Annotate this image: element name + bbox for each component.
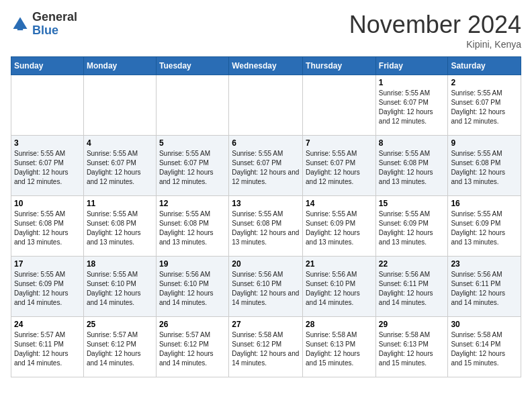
week-row-3: 10Sunrise: 5:55 AM Sunset: 6:08 PM Dayli… <box>11 196 521 257</box>
day-info: Sunrise: 5:57 AM Sunset: 6:12 PM Dayligh… <box>87 330 153 368</box>
day-number: 19 <box>159 259 226 269</box>
day-number: 13 <box>232 199 300 208</box>
weekday-header-tuesday: Tuesday <box>156 57 228 75</box>
day-cell: 10Sunrise: 5:55 AM Sunset: 6:08 PM Dayli… <box>11 196 84 257</box>
day-cell: 11Sunrise: 5:55 AM Sunset: 6:08 PM Dayli… <box>83 196 156 257</box>
day-number: 1 <box>379 78 445 87</box>
day-number: 18 <box>87 259 153 269</box>
week-row-2: 3Sunrise: 5:55 AM Sunset: 6:07 PM Daylig… <box>11 136 521 196</box>
day-cell: 13Sunrise: 5:55 AM Sunset: 6:08 PM Dayli… <box>229 196 303 257</box>
day-cell: 8Sunrise: 5:55 AM Sunset: 6:08 PM Daylig… <box>375 136 448 196</box>
day-cell: 24Sunrise: 5:57 AM Sunset: 6:11 PM Dayli… <box>11 317 84 377</box>
day-info: Sunrise: 5:55 AM Sunset: 6:08 PM Dayligh… <box>379 149 445 187</box>
day-number: 7 <box>306 138 373 148</box>
day-cell: 22Sunrise: 5:56 AM Sunset: 6:11 PM Dayli… <box>375 257 448 317</box>
day-number: 30 <box>451 320 518 329</box>
day-number: 23 <box>451 259 518 269</box>
day-info: Sunrise: 5:55 AM Sunset: 6:10 PM Dayligh… <box>87 270 153 308</box>
weekday-header-friday: Friday <box>375 57 448 75</box>
day-number: 9 <box>451 138 518 148</box>
day-cell: 3Sunrise: 5:55 AM Sunset: 6:07 PM Daylig… <box>11 136 84 196</box>
logo-icon <box>11 15 30 34</box>
day-number: 8 <box>379 138 445 148</box>
day-info: Sunrise: 5:56 AM Sunset: 6:11 PM Dayligh… <box>451 270 518 308</box>
day-info: Sunrise: 5:57 AM Sunset: 6:11 PM Dayligh… <box>14 330 81 368</box>
day-cell: 29Sunrise: 5:58 AM Sunset: 6:13 PM Dayli… <box>375 317 448 377</box>
week-row-1: 1Sunrise: 5:55 AM Sunset: 6:07 PM Daylig… <box>11 75 521 136</box>
day-info: Sunrise: 5:56 AM Sunset: 6:10 PM Dayligh… <box>159 270 226 308</box>
day-number: 12 <box>159 199 226 208</box>
day-cell <box>156 75 228 136</box>
day-info: Sunrise: 5:55 AM Sunset: 6:08 PM Dayligh… <box>87 210 153 247</box>
day-info: Sunrise: 5:56 AM Sunset: 6:10 PM Dayligh… <box>306 270 373 308</box>
day-cell: 19Sunrise: 5:56 AM Sunset: 6:10 PM Dayli… <box>156 257 228 317</box>
day-info: Sunrise: 5:55 AM Sunset: 6:07 PM Dayligh… <box>306 149 373 187</box>
day-info: Sunrise: 5:55 AM Sunset: 6:07 PM Dayligh… <box>379 89 445 126</box>
logo-text: General Blue <box>32 11 77 38</box>
day-number: 5 <box>159 138 226 148</box>
day-number: 20 <box>232 259 300 269</box>
day-cell: 16Sunrise: 5:55 AM Sunset: 6:09 PM Dayli… <box>448 196 521 257</box>
day-info: Sunrise: 5:55 AM Sunset: 6:07 PM Dayligh… <box>451 89 518 126</box>
logo-general: General <box>32 11 77 24</box>
svg-marker-0 <box>13 17 28 29</box>
day-info: Sunrise: 5:55 AM Sunset: 6:08 PM Dayligh… <box>159 210 226 247</box>
day-info: Sunrise: 5:56 AM Sunset: 6:10 PM Dayligh… <box>232 270 300 308</box>
page-header: General Blue November 2024 Kipini, Kenya <box>11 11 521 50</box>
day-cell: 2Sunrise: 5:55 AM Sunset: 6:07 PM Daylig… <box>448 75 521 136</box>
day-cell <box>229 75 303 136</box>
day-number: 24 <box>14 320 81 329</box>
day-info: Sunrise: 5:55 AM Sunset: 6:09 PM Dayligh… <box>306 210 373 247</box>
weekday-header-thursday: Thursday <box>303 57 376 75</box>
day-info: Sunrise: 5:57 AM Sunset: 6:12 PM Dayligh… <box>159 330 226 368</box>
location: Kipini, Kenya <box>349 39 521 50</box>
weekday-header-sunday: Sunday <box>11 57 84 75</box>
day-info: Sunrise: 5:55 AM Sunset: 6:08 PM Dayligh… <box>451 149 518 187</box>
day-number: 26 <box>159 320 226 329</box>
svg-rect-1 <box>17 28 23 30</box>
day-number: 15 <box>379 199 445 208</box>
day-cell: 12Sunrise: 5:55 AM Sunset: 6:08 PM Dayli… <box>156 196 228 257</box>
day-cell: 30Sunrise: 5:58 AM Sunset: 6:14 PM Dayli… <box>448 317 521 377</box>
day-cell <box>83 75 156 136</box>
week-row-5: 24Sunrise: 5:57 AM Sunset: 6:11 PM Dayli… <box>11 317 521 377</box>
day-info: Sunrise: 5:55 AM Sunset: 6:09 PM Dayligh… <box>451 210 518 247</box>
title-block: November 2024 Kipini, Kenya <box>349 11 521 50</box>
weekday-header-wednesday: Wednesday <box>229 57 303 75</box>
day-info: Sunrise: 5:55 AM Sunset: 6:08 PM Dayligh… <box>232 210 300 247</box>
day-cell: 20Sunrise: 5:56 AM Sunset: 6:10 PM Dayli… <box>229 257 303 317</box>
weekday-header-row: SundayMondayTuesdayWednesdayThursdayFrid… <box>11 57 521 75</box>
day-cell: 6Sunrise: 5:55 AM Sunset: 6:07 PM Daylig… <box>229 136 303 196</box>
day-cell: 27Sunrise: 5:58 AM Sunset: 6:12 PM Dayli… <box>229 317 303 377</box>
day-number: 3 <box>14 138 81 148</box>
day-info: Sunrise: 5:55 AM Sunset: 6:09 PM Dayligh… <box>379 210 445 247</box>
day-number: 21 <box>306 259 373 269</box>
day-cell: 26Sunrise: 5:57 AM Sunset: 6:12 PM Dayli… <box>156 317 228 377</box>
day-number: 25 <box>87 320 153 329</box>
day-cell: 15Sunrise: 5:55 AM Sunset: 6:09 PM Dayli… <box>375 196 448 257</box>
weekday-header-saturday: Saturday <box>448 57 521 75</box>
day-info: Sunrise: 5:58 AM Sunset: 6:14 PM Dayligh… <box>451 330 518 368</box>
day-number: 4 <box>87 138 153 148</box>
day-number: 14 <box>306 199 373 208</box>
day-cell: 28Sunrise: 5:58 AM Sunset: 6:13 PM Dayli… <box>303 317 376 377</box>
day-number: 6 <box>232 138 300 148</box>
day-number: 28 <box>306 320 373 329</box>
day-info: Sunrise: 5:55 AM Sunset: 6:07 PM Dayligh… <box>87 149 153 187</box>
day-cell: 21Sunrise: 5:56 AM Sunset: 6:10 PM Dayli… <box>303 257 376 317</box>
day-number: 16 <box>451 199 518 208</box>
calendar-table: SundayMondayTuesdayWednesdayThursdayFrid… <box>11 56 521 377</box>
week-row-4: 17Sunrise: 5:55 AM Sunset: 6:09 PM Dayli… <box>11 257 521 317</box>
day-info: Sunrise: 5:55 AM Sunset: 6:07 PM Dayligh… <box>14 149 81 187</box>
day-info: Sunrise: 5:56 AM Sunset: 6:11 PM Dayligh… <box>379 270 445 308</box>
day-info: Sunrise: 5:55 AM Sunset: 6:09 PM Dayligh… <box>14 270 81 308</box>
day-cell <box>11 75 84 136</box>
logo: General Blue <box>11 11 77 38</box>
day-cell: 1Sunrise: 5:55 AM Sunset: 6:07 PM Daylig… <box>375 75 448 136</box>
month-title: November 2024 <box>349 11 521 39</box>
day-number: 29 <box>379 320 445 329</box>
day-cell: 9Sunrise: 5:55 AM Sunset: 6:08 PM Daylig… <box>448 136 521 196</box>
day-info: Sunrise: 5:55 AM Sunset: 6:08 PM Dayligh… <box>14 210 81 247</box>
day-cell: 18Sunrise: 5:55 AM Sunset: 6:10 PM Dayli… <box>83 257 156 317</box>
day-info: Sunrise: 5:55 AM Sunset: 6:07 PM Dayligh… <box>232 149 300 187</box>
